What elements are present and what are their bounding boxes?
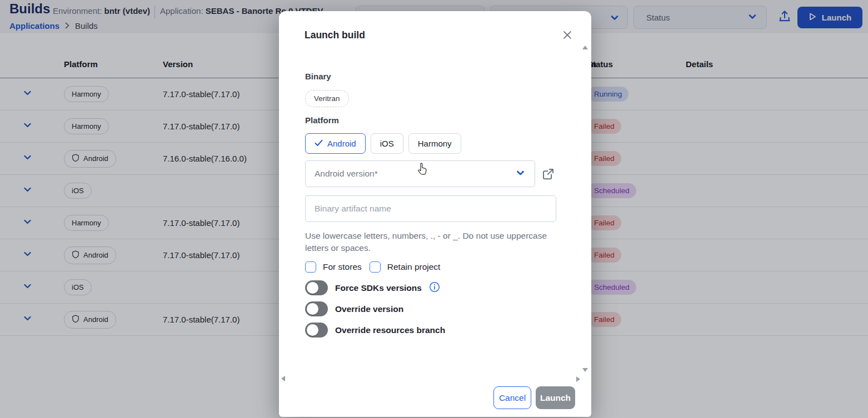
binary-artifact-name-input[interactable] xyxy=(305,195,556,222)
override-version-toggle-row: Override version xyxy=(305,301,403,316)
scroll-up-arrow[interactable] xyxy=(582,46,588,49)
toggle-knob xyxy=(307,324,318,336)
override-resources-toggle[interactable] xyxy=(305,323,328,338)
modal-launch-button[interactable]: Launch xyxy=(536,386,575,409)
force-sdks-toggle[interactable] xyxy=(305,280,328,295)
scroll-right-arrow[interactable] xyxy=(576,376,580,382)
platform-option-label: iOS xyxy=(380,139,394,148)
override-version-toggle[interactable] xyxy=(305,301,328,316)
retain-project-label: Retain project xyxy=(387,262,441,272)
checkbox-icon[interactable] xyxy=(370,261,381,273)
chevron-down-icon xyxy=(515,168,526,180)
override-version-label: Override version xyxy=(335,304,403,314)
checkbox-row: For stores Retain project xyxy=(305,261,440,273)
close-button[interactable] xyxy=(560,28,575,43)
override-resources-toggle-row: Override resources branch xyxy=(305,323,445,338)
for-stores-checkbox-group[interactable]: For stores xyxy=(305,261,362,273)
retain-project-checkbox-group[interactable]: Retain project xyxy=(370,261,441,273)
override-resources-label: Override resources branch xyxy=(335,325,445,335)
platform-option-label: Android xyxy=(327,139,356,148)
artifact-helper-text: Use lowercase letters, numbers, ., - or … xyxy=(305,230,552,254)
check-icon xyxy=(315,139,323,148)
android-version-select-placeholder: Android version* xyxy=(315,169,378,179)
close-icon xyxy=(561,34,573,43)
launch-build-modal: Launch build Binary Veritran Platform An… xyxy=(279,11,591,417)
binary-section-label: Binary xyxy=(305,72,331,81)
platform-option-android[interactable]: Android xyxy=(305,133,366,154)
platform-section-label: Platform xyxy=(305,115,339,125)
info-icon[interactable] xyxy=(429,281,440,295)
toggle-knob xyxy=(307,303,318,315)
platform-option-harmony[interactable]: Harmony xyxy=(408,133,461,154)
platform-option-ios[interactable]: iOS xyxy=(371,133,403,154)
android-version-select[interactable]: Android version* xyxy=(305,160,535,187)
modal-footer: Cancel Launch xyxy=(493,386,575,409)
platform-segmented-control: Android iOS Harmony xyxy=(305,133,461,154)
toggle-knob xyxy=(307,282,318,294)
platform-option-label: Harmony xyxy=(418,139,452,148)
checkbox-icon[interactable] xyxy=(305,261,316,273)
open-versions-external-button[interactable] xyxy=(540,167,556,182)
external-link-icon xyxy=(541,175,556,183)
modal-title: Launch build xyxy=(305,29,365,41)
force-sdks-label: Force SDKs versions xyxy=(335,283,422,293)
builds-page: Builds Environment: bntr (vtdev) Applica… xyxy=(0,0,868,418)
cancel-button[interactable]: Cancel xyxy=(493,386,531,409)
force-sdks-toggle-row: Force SDKs versions xyxy=(305,280,440,295)
scroll-left-arrow[interactable] xyxy=(281,376,285,381)
for-stores-label: For stores xyxy=(323,262,362,272)
scroll-down-arrow[interactable] xyxy=(582,368,588,372)
binary-chip-veritran[interactable]: Veritran xyxy=(305,90,349,107)
